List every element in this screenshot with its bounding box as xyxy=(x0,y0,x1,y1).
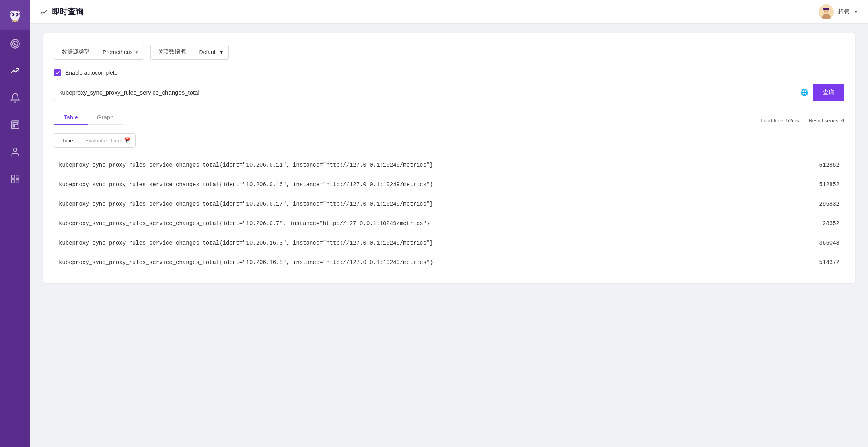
value-cell: 128352 xyxy=(788,214,844,233)
svg-point-6 xyxy=(17,14,18,15)
datasource-type-value: Prometheus xyxy=(103,49,132,55)
alert-icon xyxy=(10,93,20,103)
check-icon xyxy=(55,70,60,75)
chart-icon xyxy=(10,66,20,76)
globe-icon[interactable]: 🌐 xyxy=(800,89,808,96)
query-input[interactable] xyxy=(59,89,797,96)
svg-rect-14 xyxy=(11,175,14,178)
calendar-icon: 📅 xyxy=(124,137,130,144)
autocomplete-row: Enable autocomplete xyxy=(54,69,844,76)
datasource-type-label: 数据源类型 xyxy=(54,45,97,60)
header-right: 超管 ▼ xyxy=(819,4,858,19)
target-icon xyxy=(10,39,20,49)
table-row: kubeproxy_sync_proxy_rules_service_chang… xyxy=(54,194,844,214)
time-controls: Time Evaluation time 📅 xyxy=(54,133,844,148)
related-datasource-arrow: ▾ xyxy=(220,49,223,55)
sidebar-item-chart[interactable] xyxy=(0,57,30,84)
svg-rect-15 xyxy=(16,175,19,178)
svg-point-9 xyxy=(14,43,16,45)
results-table: kubeproxy_sync_proxy_rules_service_chang… xyxy=(54,155,844,272)
svg-rect-22 xyxy=(823,8,829,10)
svg-rect-17 xyxy=(11,180,14,183)
value-cell: 296832 xyxy=(788,194,844,214)
datasource-type-selector[interactable]: Prometheus ▾ xyxy=(97,45,144,60)
sidebar-logo[interactable] xyxy=(0,0,30,30)
svg-rect-11 xyxy=(13,123,18,124)
table-row: kubeproxy_sync_proxy_rules_service_chang… xyxy=(54,214,844,233)
main-card: 数据源类型 Prometheus ▾ 关联数据源 Default ▾ xyxy=(43,33,855,283)
metric-cell: kubeproxy_sync_proxy_rules_service_chang… xyxy=(54,175,788,194)
autocomplete-checkbox[interactable] xyxy=(54,69,61,76)
sidebar-item-alert[interactable] xyxy=(0,84,30,111)
value-cell: 512852 xyxy=(788,155,844,175)
tabs-meta: Load time: 52ms Result series: 6 xyxy=(761,118,844,124)
time-button[interactable]: Time xyxy=(54,133,80,148)
related-datasource-label: 关联数据源 xyxy=(150,45,193,60)
related-datasource-selector[interactable]: Default ▾ xyxy=(193,45,228,60)
table-row: kubeproxy_sync_proxy_rules_service_chang… xyxy=(54,175,844,194)
sidebar-item-panel[interactable] xyxy=(0,111,30,138)
avatar[interactable] xyxy=(819,4,834,19)
user-dropdown-arrow[interactable]: ▼ xyxy=(854,9,858,15)
related-datasource-value: Default xyxy=(199,49,216,55)
metric-cell: kubeproxy_sync_proxy_rules_service_chang… xyxy=(54,253,788,272)
svg-rect-12 xyxy=(13,125,15,127)
eval-time-placeholder: Evaluation time xyxy=(85,138,121,144)
page-title: 即时查询 xyxy=(52,6,84,17)
svg-rect-16 xyxy=(16,180,19,183)
logo-icon xyxy=(7,7,23,23)
user-name: 超管 xyxy=(838,8,850,16)
sidebar xyxy=(0,0,30,447)
eval-time-input[interactable]: Evaluation time 📅 xyxy=(80,133,136,148)
value-cell: 514372 xyxy=(788,253,844,272)
table-row: kubeproxy_sync_proxy_rules_service_chang… xyxy=(54,155,844,175)
svg-point-13 xyxy=(14,148,17,152)
query-input-wrapper: 🌐 xyxy=(54,84,813,101)
chart-line-icon xyxy=(40,8,48,16)
svg-rect-10 xyxy=(11,121,19,129)
result-series: Result series: 6 xyxy=(808,118,844,124)
tab-graph[interactable]: Graph xyxy=(88,110,123,125)
header-left: 即时查询 xyxy=(40,6,84,17)
query-row: 🌐 查询 xyxy=(54,84,844,101)
value-cell: 512852 xyxy=(788,175,844,194)
page-header: 即时查询 超管 ▼ xyxy=(30,0,868,24)
metric-cell: kubeproxy_sync_proxy_rules_service_chang… xyxy=(54,194,788,214)
svg-point-8 xyxy=(13,41,18,47)
tabs-section: Table Graph Load time: 52ms Result serie… xyxy=(54,110,844,272)
svg-point-0 xyxy=(10,11,20,21)
sidebar-item-target[interactable] xyxy=(0,30,30,57)
query-button[interactable]: 查询 xyxy=(813,84,844,101)
datasource-row: 数据源类型 Prometheus ▾ 关联数据源 Default ▾ xyxy=(54,45,844,60)
tabs-header: Table Graph Load time: 52ms Result serie… xyxy=(54,110,844,132)
avatar-icon xyxy=(819,4,834,19)
load-time: Load time: 52ms xyxy=(761,118,799,124)
metric-cell: kubeproxy_sync_proxy_rules_service_chang… xyxy=(54,214,788,233)
metric-cell: kubeproxy_sync_proxy_rules_service_chang… xyxy=(54,155,788,175)
datasource-type-arrow: ▾ xyxy=(136,50,138,55)
autocomplete-label: Enable autocomplete xyxy=(65,70,118,76)
table-row: kubeproxy_sync_proxy_rules_service_chang… xyxy=(54,233,844,253)
svg-point-7 xyxy=(11,39,19,48)
svg-point-5 xyxy=(13,14,14,15)
user-icon xyxy=(10,147,20,157)
tabs-list: Table Graph xyxy=(54,110,123,125)
sidebar-item-user[interactable] xyxy=(0,138,30,165)
tab-table[interactable]: Table xyxy=(54,110,88,125)
main-area: 即时查询 超管 ▼ 数据源类型 xyxy=(30,0,868,447)
panel-icon xyxy=(10,120,20,130)
content-area: 数据源类型 Prometheus ▾ 关联数据源 Default ▾ xyxy=(30,24,868,447)
grid-icon xyxy=(10,174,20,184)
sidebar-item-grid[interactable] xyxy=(0,165,30,192)
value-cell: 366048 xyxy=(788,233,844,253)
metric-cell: kubeproxy_sync_proxy_rules_service_chang… xyxy=(54,233,788,253)
table-row: kubeproxy_sync_proxy_rules_service_chang… xyxy=(54,253,844,272)
